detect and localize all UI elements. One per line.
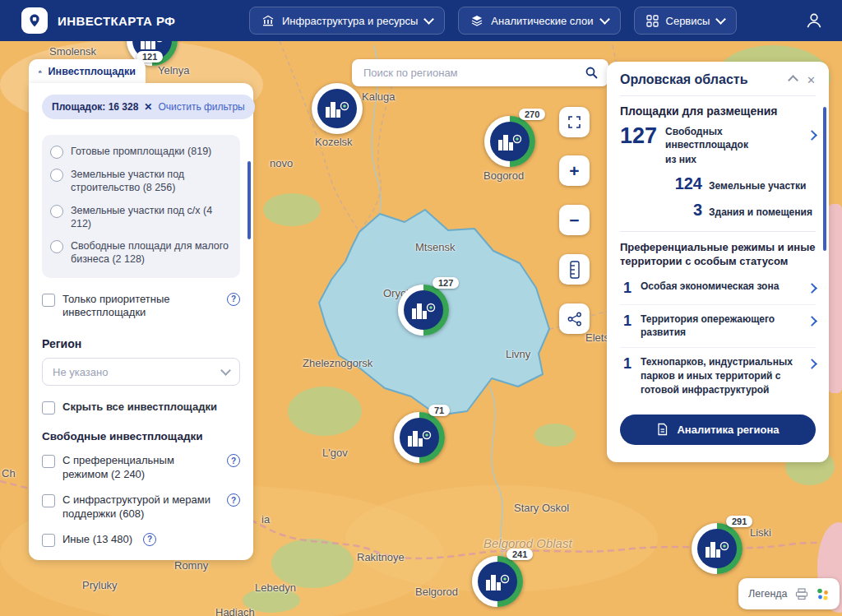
hide-all-checkbox-row[interactable]: Скрыть все инвестплощадки (42, 401, 240, 415)
map-cluster-marker[interactable] (312, 83, 363, 134)
cluster-count-badge: 291 (726, 516, 752, 527)
other-sites-checkbox-row[interactable]: Иные (13 480) ? (42, 533, 240, 547)
main-navigation: Инфраструктура и ресурсы Аналитические с… (249, 7, 737, 35)
help-icon[interactable]: ? (227, 293, 240, 306)
help-icon[interactable]: ? (227, 493, 240, 507)
ruler-icon (569, 261, 581, 279)
radio-icon[interactable] (50, 240, 63, 253)
place-label: Livny (506, 348, 530, 360)
close-icon[interactable]: ✕ (807, 75, 816, 86)
cluster-count-badge: 127 (433, 277, 459, 289)
radio-icon[interactable] (50, 169, 63, 182)
map-cluster-marker[interactable]: 71 (394, 412, 445, 463)
map-cluster-marker[interactable]: 270 (484, 116, 535, 167)
zoom-out-button[interactable]: − (559, 205, 590, 235)
map-cluster-marker[interactable]: 127 (398, 285, 449, 336)
radio-agriculture-land[interactable]: Земельные участки под с/х (4 212) (50, 204, 232, 231)
sites-count: Площадок: 16 328 (52, 101, 138, 113)
nav-services-button[interactable]: Сервисы (634, 7, 738, 35)
chevron-right-icon (807, 359, 817, 369)
place-label: Belgorod (415, 586, 458, 598)
place-label: Liski (750, 526, 771, 539)
free-invest-sites-stat[interactable]: 127 Свободных инвестплощадок из них (620, 125, 816, 167)
place-label: Smolensk (49, 45, 96, 58)
place-label: Hadiach (215, 606, 255, 616)
legend-label: Легенда (748, 588, 788, 600)
share-button[interactable] (559, 303, 590, 334)
collapse-icon[interactable] (789, 74, 797, 86)
advanced-development-territory-item[interactable]: 1 Территория опережающего развития (620, 305, 816, 349)
radio-icon[interactable] (50, 146, 63, 159)
search-icon[interactable] (585, 66, 599, 80)
fullscreen-button[interactable] (559, 107, 590, 137)
cluster-core (697, 529, 737, 568)
cluster-icon (485, 572, 510, 591)
region-select[interactable]: Не указано (42, 358, 240, 386)
scrollbar-thumb[interactable] (823, 107, 826, 251)
land-plots-stat[interactable]: 124 Земельные участки (668, 174, 816, 193)
radio-ready-sites[interactable]: Готовые промплощадки (819) (50, 145, 232, 159)
radio-label: Земельные участки под строительство (8 2… (71, 168, 232, 195)
preferential-regimes-title: Преференциальные режимы и иные территори… (620, 240, 816, 269)
place-label: Pryluky (82, 579, 118, 591)
cluster-icon (407, 428, 432, 447)
infrastructure-support-checkbox-row[interactable]: С инфраструктурой и мерами поддержки (60… (42, 493, 240, 521)
divider (620, 95, 816, 96)
scrollbar-thumb[interactable] (248, 161, 251, 239)
profile-button[interactable] (804, 11, 824, 34)
nav-infrastructure-button[interactable]: Инфраструктура и ресурсы (249, 7, 445, 35)
layers-icon (470, 14, 483, 27)
stat-label: Территория опережающего развития (641, 313, 801, 340)
legend-dots-icon (816, 587, 830, 601)
preferential-regime-checkbox-row[interactable]: С преференциальным режимом (2 240) ? (42, 454, 240, 482)
nav-layers-button[interactable]: Аналитические слои (458, 7, 620, 35)
map-cluster-marker[interactable]: 291 (692, 523, 743, 574)
help-icon[interactable]: ? (227, 454, 240, 467)
checkbox-icon[interactable] (42, 534, 55, 547)
region-analytics-button[interactable]: Аналитика региона (620, 415, 816, 445)
zoom-in-icon: + (569, 161, 579, 181)
measure-button[interactable] (559, 254, 590, 285)
checkbox-icon[interactable] (42, 294, 55, 307)
special-economic-zone-item[interactable]: 1 Особая экономическая зона (620, 272, 816, 305)
buildings-stat[interactable]: 3 Здания и помещения (668, 201, 816, 220)
stat-value: 1 (623, 280, 633, 297)
checkbox-icon[interactable] (42, 494, 55, 507)
app-logo[interactable]: ИНВЕСТКАРТА РФ (21, 7, 175, 34)
logo-pin-icon (21, 7, 48, 34)
stat-value: 3 (668, 201, 702, 220)
technoparks-item[interactable]: 1 Технопарков, индустриальных парков и и… (620, 348, 816, 404)
tab-invest-sites[interactable]: Инвестплощадки (29, 59, 146, 83)
region-filter-title: Регион (42, 337, 240, 350)
stat-label: Здания и помещения (709, 206, 812, 218)
neighbor-region-shape (828, 204, 842, 393)
zoom-in-button[interactable]: + (559, 155, 590, 186)
checkbox-icon[interactable] (42, 455, 55, 468)
map-cluster-marker[interactable]: 241 (472, 556, 523, 607)
remove-filter-icon[interactable]: ✕ (144, 101, 152, 113)
checkbox-icon[interactable] (42, 401, 55, 415)
place-label: Zheleznogorsk (303, 357, 372, 369)
chevron-down-icon (220, 365, 231, 376)
nav-label: Сервисы (666, 15, 710, 27)
priority-sites-checkbox-row[interactable]: Только приоритетные инвестплощадки ? (42, 293, 240, 321)
radio-construction-land[interactable]: Земельные участки под строительство (8 2… (50, 168, 232, 195)
stat-label: Технопарков, индустриальных парков и ины… (641, 355, 801, 396)
stat-label: Свободных инвестплощадок (665, 125, 800, 151)
cluster-icon (705, 539, 729, 558)
chevron-down-icon (716, 14, 727, 25)
legend-button[interactable]: Легенда (738, 578, 840, 609)
search-input[interactable] (362, 66, 578, 80)
clear-filters-link[interactable]: Очистить фильтры (158, 101, 244, 113)
investmap-app: Smolensk Yelnya Kaluga Kozelsk novo Bogo… (0, 0, 842, 616)
cluster-core (478, 562, 517, 601)
radio-small-business[interactable]: Свободные площади для малого бизнеса (2 … (50, 239, 232, 266)
radio-icon[interactable] (50, 205, 63, 218)
help-icon[interactable]: ? (143, 533, 156, 546)
grid-icon (646, 15, 659, 27)
placement-sites-title: Площадки для размещения (620, 104, 816, 118)
place-label: Kozelsk (315, 136, 353, 148)
top-nav-bar: ИНВЕСТКАРТА РФ Инфраструктура и ресурсы … (0, 0, 842, 41)
share-icon (567, 312, 582, 327)
place-label: Rakitnoye (357, 551, 405, 563)
